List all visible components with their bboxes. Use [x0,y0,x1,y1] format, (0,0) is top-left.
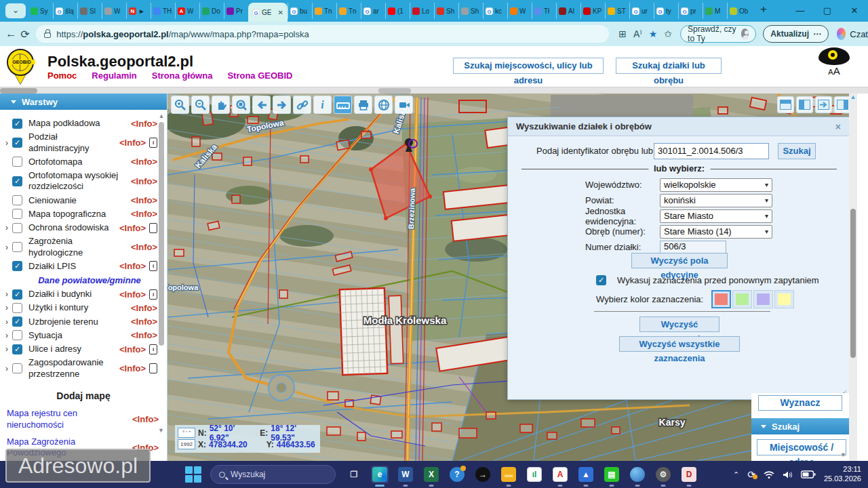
field-select[interactable]: koniński▾ [660,194,772,207]
help-taskbar-icon[interactable]: ? [448,466,466,483]
field-select[interactable]: wielkopolskie▾ [660,178,772,192]
excel-taskbar-icon[interactable]: X [422,466,440,483]
degrees-toggle-button[interactable]: ° ' " [178,428,195,438]
browser-tab[interactable]: Śl [77,3,102,19]
dialog-close-icon[interactable]: × [835,121,841,132]
nav-strona-geobid[interactable]: Strona GEOBID [227,70,292,81]
url-field[interactable]: https://polska.geoportal2.pl/map/www/map… [36,25,609,43]
sync-icon[interactable]: ⟳ [747,469,755,480]
browser-tab[interactable]: Do [199,3,224,19]
add-map-info-link[interactable]: <Info> [132,414,159,424]
highlight-color-swatch[interactable] [774,290,794,308]
wifi-icon[interactable] [764,470,774,479]
layout-top-panel-icon[interactable] [777,96,794,113]
clear-fields-button[interactable]: Wyczyść pola edycyjne [631,253,728,268]
layer-info-link[interactable]: <Info> [131,176,157,186]
browser-tab[interactable]: Lo [410,3,434,19]
expand-chevron-icon[interactable]: › [1,331,12,340]
start-button[interactable] [184,466,202,483]
clear-all-selections-button[interactable]: Wyczyść wszystkie zaznaczenia [619,336,740,352]
browser-tab[interactable]: Gślą [53,3,77,19]
layer-checkbox[interactable]: ✓ [12,317,22,327]
layer-checkbox[interactable]: ✓ [12,138,22,148]
volume-icon[interactable] [783,470,793,479]
field-select[interactable]: Stare Miasto▾ [660,209,772,223]
layer-info-link[interactable]: <Info> [119,344,146,354]
layer-checkbox[interactable] [12,330,22,340]
nav-regulamin[interactable]: Regulamin [92,70,136,81]
browser-tab[interactable]: W [102,3,126,19]
close-button[interactable]: ✕ [841,0,868,22]
profile-check-pill[interactable]: Sprawdź, czy to Ty [680,25,756,43]
browser-tab[interactable]: ST [605,3,629,19]
geobid-logo[interactable]: GEOBID [5,49,35,84]
expand-chevron-icon[interactable]: › [1,138,12,148]
layer-info-link[interactable]: <Info> [131,303,157,313]
maximize-button[interactable]: ▢ [814,0,841,22]
panel-scroll-down-icon[interactable]: ▼ [840,451,846,458]
browser-tab[interactable]: (1 [385,3,410,19]
globe-tool[interactable] [374,96,393,114]
epsg-toggle-button[interactable]: 1992 [178,439,195,449]
layer-checkbox[interactable] [12,363,22,373]
new-tab-button[interactable]: + [755,2,772,18]
task-view-taskbar-icon[interactable]: ❐ [345,466,363,483]
update-button[interactable]: Aktualizuj⋯ [763,25,829,43]
map-vertical-scrollbar[interactable]: ▲ [849,94,857,461]
parcel-id-input[interactable]: 301011_2.0014.506/3 [654,143,769,159]
browser-tab[interactable]: Ob [727,3,751,19]
layer-checkbox[interactable]: ✓ [12,289,22,300]
horizontal-scrollbar[interactable] [0,87,868,94]
drop-taskbar-icon[interactable] [629,466,646,483]
layer-checkbox[interactable]: ✓ [12,119,22,129]
expand-chevron-icon[interactable]: › [1,303,12,312]
zoom-in-tool[interactable] [171,96,189,114]
miejscowosc-adres-button[interactable]: Miejscowość / adres [757,439,846,455]
highlight-color-swatch[interactable] [753,290,773,308]
browser-tab[interactable]: Gar [361,3,385,19]
edge-taskbar-icon[interactable]: e [371,466,389,483]
read-aloud-icon[interactable]: A⁾ [633,28,642,39]
search-parcel-button[interactable]: Szukaj działki lub obrębu [616,58,722,74]
layer-info-link[interactable]: <Info> [119,138,146,148]
layers-header[interactable]: Warstwy [0,94,167,110]
nav-pomoc[interactable]: Pomoc [47,70,77,81]
expand-chevron-icon[interactable]: › [1,289,12,299]
browser-tab[interactable]: Sy [28,3,53,19]
field-input[interactable]: 506/3 [660,241,726,254]
highlight-color-swatch[interactable] [711,290,731,308]
layout-expand-arrow-icon[interactable] [815,96,832,113]
power-arrow-taskbar-icon[interactable]: → [474,466,492,483]
metadata-doc-icon[interactable]: i [149,138,157,148]
sidebar-scrollbar[interactable]: ▲ ▼ [157,113,165,451]
browser-tab[interactable]: Pr [224,3,248,19]
browser-tab[interactable]: Gty [654,3,678,19]
print-tool[interactable] [354,96,372,114]
pan-hand-tool[interactable] [212,96,230,114]
basket-taskbar-icon[interactable]: ▤ [603,466,620,483]
measure-tool[interactable] [334,96,352,114]
layer-info-link[interactable]: <Info> [119,363,146,373]
layer-checkbox[interactable] [12,209,22,219]
contrast-eye-icon[interactable] [818,47,850,65]
refresh-button[interactable]: ⟳ [18,28,33,41]
browser-tab[interactable]: Al [556,3,580,19]
szukaj-section-header[interactable]: Szukaj [751,418,850,434]
minimize-button[interactable]: — [787,0,814,22]
copilot-chat-label[interactable]: Czat [850,29,868,39]
layer-info-link[interactable]: <Info> [131,317,157,327]
wyznacz-button[interactable]: Wyznacz [758,395,842,411]
layer-checkbox[interactable] [12,242,22,252]
map-viewport[interactable]: Topolowa Topolowa Kaliska Kaliska Brzezi… [167,94,857,461]
layout-left-panel-icon[interactable] [796,96,813,113]
expand-chevron-icon[interactable]: › [1,223,12,232]
layer-checkbox[interactable] [12,303,22,313]
layer-info-link[interactable]: <Info> [131,195,157,205]
browser-tab[interactable]: Gpr [678,3,703,19]
browser-tab[interactable]: TH [151,3,175,19]
video-tool[interactable] [395,96,413,114]
settings-taskbar-icon[interactable]: ⚙ [654,466,672,483]
d-app-taskbar-icon[interactable]: D [680,466,698,483]
browser-tab[interactable]: Tn [336,3,361,19]
browser-tab[interactable]: Gkc [483,3,507,19]
